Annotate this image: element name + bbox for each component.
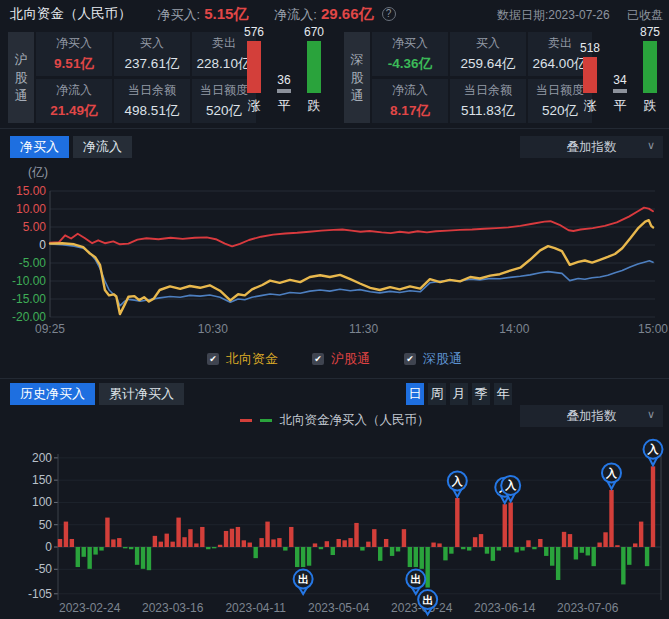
sz-balance-cell: 当日余额511.83亿	[450, 79, 526, 123]
svg-text:0: 0	[39, 238, 46, 252]
net-buy-label: 净买入:	[158, 6, 201, 24]
svg-text:100: 100	[32, 495, 52, 509]
svg-text:2023-05-04: 2023-05-04	[308, 601, 370, 615]
up-bar	[247, 41, 261, 93]
svg-text:(亿): (亿)	[28, 165, 48, 179]
page-title: 北向资金（人民币）	[10, 5, 132, 23]
svg-text:-50: -50	[35, 562, 53, 576]
up-count-column: 576涨	[244, 25, 264, 115]
sh-net-buy-cell: 净买入9.51亿	[36, 32, 112, 76]
svg-text:50: 50	[39, 518, 53, 532]
sz-buy-cell: 买入259.64亿	[450, 32, 526, 76]
svg-text:0: 0	[45, 540, 52, 554]
checkbox-checked-icon[interactable]: ✔	[207, 353, 219, 365]
net-buy-value: 5.15亿	[204, 5, 248, 24]
net-inflow-value: 29.66亿	[321, 5, 374, 24]
red-dash-icon	[240, 419, 252, 422]
green-dash-icon	[260, 419, 272, 422]
period-buttons: 日 周 月 季 年	[406, 383, 512, 405]
sh-net-inflow-cell: 净流入21.49亿	[36, 79, 112, 123]
legend-sz-connect[interactable]: ✔ 深股通	[404, 350, 462, 368]
market-status: 已收盘	[627, 8, 663, 22]
sh-buy-cell: 买入237.61亿	[114, 32, 190, 76]
sz-updown-chart: 518涨34平875跌	[580, 25, 660, 115]
down-count-column: 670跌	[304, 25, 324, 115]
legend-north-funds[interactable]: ✔ 北向资金	[207, 350, 278, 368]
tab-net-inflow[interactable]: 净流入	[73, 136, 132, 158]
svg-text:200: 200	[32, 451, 52, 465]
flat-count-column: 34平	[610, 25, 630, 115]
svg-text:15.00: 15.00	[16, 184, 46, 198]
svg-text:5.00: 5.00	[23, 220, 47, 234]
tab-cumulative-net-buy[interactable]: 累计净买入	[99, 383, 184, 405]
svg-text:09:25: 09:25	[35, 322, 65, 336]
sh-updown-chart: 576涨36平670跌	[244, 25, 324, 115]
svg-text:150: 150	[32, 473, 52, 487]
svg-text:入: 入	[647, 443, 660, 456]
svg-text:-15.00: -15.00	[12, 292, 46, 306]
svg-text:-5.00: -5.00	[19, 256, 47, 270]
flat-bar	[277, 89, 291, 93]
svg-text:出: 出	[298, 573, 309, 585]
sz-connect-label: 深股通	[344, 32, 370, 123]
down-count-column: 875跌	[640, 25, 660, 115]
tab-history-net-buy[interactable]: 历史净买入	[10, 383, 95, 405]
period-year[interactable]: 年	[494, 383, 512, 405]
period-month[interactable]: 月	[450, 383, 468, 405]
down-bar	[643, 41, 657, 93]
svg-text:2023-07-06: 2023-07-06	[557, 601, 619, 615]
header: 北向资金（人民币） 净买入: 5.15亿 净流入: 29.66亿 ? 数据日期:…	[0, 0, 669, 28]
flat-bar	[613, 89, 627, 93]
svg-text:10:30: 10:30	[198, 322, 228, 336]
flat-count-column: 36平	[274, 25, 294, 115]
history-bar-chart: 200150100500-50-1052023-02-242023-03-162…	[0, 430, 669, 619]
history-legend-label: 北向资金净买入（人民币）	[280, 412, 430, 429]
intraday-flow-chart: (亿)15.0010.005.000-5.00-10.00-15.00-20.0…	[0, 163, 669, 343]
sh-balance-cell: 当日余额498.51亿	[114, 79, 190, 123]
svg-text:2023-03-16: 2023-03-16	[142, 601, 204, 615]
history-legend: 北向资金净买入（人民币）	[0, 412, 669, 429]
svg-text:-10.00: -10.00	[12, 274, 46, 288]
data-date: 数据日期:2023-07-26	[497, 8, 610, 22]
net-inflow-label: 净流入:	[274, 6, 317, 24]
sz-net-buy-cell: 净买入-4.36亿	[372, 32, 448, 76]
svg-text:14:00: 14:00	[499, 322, 529, 336]
section-divider-1	[0, 128, 669, 129]
svg-text:出: 出	[410, 573, 421, 585]
help-icon[interactable]: ?	[382, 7, 396, 21]
down-bar	[307, 41, 321, 93]
tab-net-buy[interactable]: 净买入	[10, 136, 69, 158]
section-divider-2	[0, 378, 669, 379]
legend-sh-connect[interactable]: ✔ 沪股通	[312, 350, 370, 368]
svg-text:入: 入	[504, 479, 517, 492]
period-week[interactable]: 周	[428, 383, 446, 405]
overlay-index-select[interactable]: 叠加指数 ∨	[520, 136, 663, 158]
chevron-down-icon: ∨	[647, 139, 655, 152]
checkbox-checked-icon[interactable]: ✔	[312, 353, 324, 365]
svg-text:2023-02-24: 2023-02-24	[59, 601, 121, 615]
sh-connect-label: 沪股通	[8, 32, 34, 123]
svg-text:11:30: 11:30	[349, 322, 378, 336]
period-quarter[interactable]: 季	[472, 383, 490, 405]
connect-panels: 沪股通 净买入9.51亿 买入237.61亿 卖出228.10亿 净流入21.4…	[0, 30, 669, 125]
svg-text:10.00: 10.00	[16, 202, 46, 216]
flow-legend: ✔ 北向资金 ✔ 沪股通 ✔ 深股通	[0, 350, 669, 368]
up-count-column: 518涨	[580, 25, 600, 115]
checkbox-checked-icon[interactable]: ✔	[404, 353, 416, 365]
svg-text:入: 入	[451, 475, 464, 488]
up-bar	[583, 57, 597, 93]
svg-text:15:00: 15:00	[638, 322, 668, 336]
period-day[interactable]: 日	[406, 383, 424, 405]
sz-net-inflow-cell: 净流入8.17亿	[372, 79, 448, 123]
svg-text:-105: -105	[28, 587, 52, 601]
svg-text:入: 入	[605, 467, 618, 480]
svg-text:2023-04-11: 2023-04-11	[225, 601, 286, 615]
svg-text:2023-06-14: 2023-06-14	[474, 601, 536, 615]
svg-text:出: 出	[422, 594, 433, 606]
